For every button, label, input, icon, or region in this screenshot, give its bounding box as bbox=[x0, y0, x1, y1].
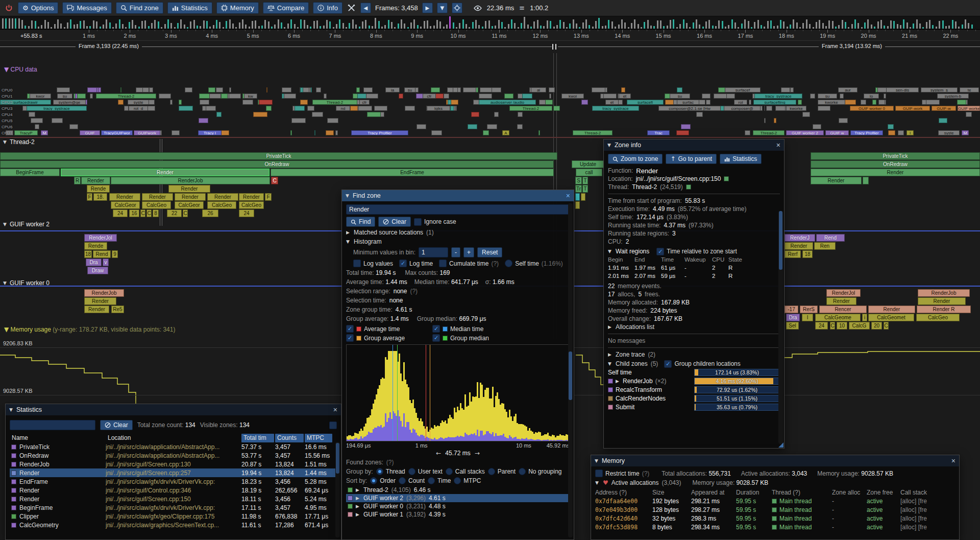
timeline-zone[interactable]: BeginFrame bbox=[0, 169, 60, 176]
histogram-range-nav[interactable]: ← 45.72 ms → bbox=[346, 450, 570, 457]
collapse-icon[interactable]: ▼ bbox=[607, 143, 611, 148]
frame-bar-tick[interactable] bbox=[751, 27, 752, 29]
timeline-zone[interactable] bbox=[200, 100, 210, 105]
timeline-zone[interactable]: Render bbox=[168, 185, 210, 193]
timeline-zone[interactable]: 18 bbox=[802, 250, 813, 258]
frame-bar-tick[interactable] bbox=[424, 21, 425, 29]
timeline-zone[interactable]: TracyP bbox=[14, 130, 38, 135]
table-row[interactable]: Renderjni/../jni/src/guif/Screen.cpp:257… bbox=[10, 468, 337, 477]
found-zone-group[interactable]: ▶GUIF worker 2(3,296)4.61 s bbox=[346, 494, 570, 502]
frame-bar-tick[interactable] bbox=[255, 20, 256, 29]
cpu-data-header[interactable]: ▼ CPU data bbox=[4, 66, 37, 73]
table-row[interactable]: RenderJobjni/../jni/src/guif/Screen.cpp:… bbox=[10, 460, 337, 468]
timeline-zone[interactable] bbox=[216, 112, 222, 117]
timeline-zone[interactable] bbox=[844, 100, 856, 105]
frame-bar-tick[interactable] bbox=[355, 25, 357, 29]
timeline-zone[interactable]: Sel bbox=[786, 322, 799, 330]
frame-bar-tick[interactable] bbox=[323, 26, 325, 29]
timeline-zone[interactable]: cfr bbox=[423, 93, 436, 99]
frame-bar-tick[interactable] bbox=[180, 19, 182, 29]
timeline-zone[interactable]: Render bbox=[84, 297, 116, 305]
timeline-zone[interactable] bbox=[872, 100, 876, 105]
frame-bar-tick[interactable] bbox=[919, 24, 921, 29]
timeline-zone[interactable] bbox=[480, 87, 492, 92]
timeline-zone[interactable]: Tr bbox=[575, 185, 582, 193]
child-zone-row[interactable]: CalcRenderNodes51.51 us (1.15%) bbox=[608, 394, 780, 403]
frame-bar-tick[interactable] bbox=[579, 27, 580, 29]
table-row[interactable]: PrivateTickjni/../jni/src/claw/applicati… bbox=[10, 442, 337, 451]
timeline-zone[interactable]: lgiks bbox=[427, 106, 450, 111]
time-ruler[interactable]: +55.83 s 1 ms2 ms3 ms4 ms5 ms6 ms7 ms8 m… bbox=[0, 30, 980, 41]
frame-bar-tick[interactable] bbox=[174, 27, 176, 29]
frame-bar-tick[interactable] bbox=[329, 21, 331, 29]
timeline-zone[interactable]: 10 bbox=[837, 322, 847, 330]
found-zone-group[interactable]: ▶Thread-2(4,105)6.46 s bbox=[346, 486, 570, 494]
frame-bar-tick[interactable] bbox=[184, 25, 185, 29]
frame-bar-tick[interactable] bbox=[835, 27, 837, 29]
frame-bar-tick[interactable] bbox=[790, 25, 791, 29]
timeline-zone[interactable]: M bbox=[41, 130, 48, 135]
frame-bar-tick[interactable] bbox=[106, 19, 107, 29]
timeline-zone[interactable] bbox=[764, 118, 766, 123]
timeline-zone[interactable]: Re5 bbox=[111, 306, 124, 313]
timeline-zone[interactable] bbox=[374, 106, 387, 111]
allocations-list[interactable]: ▶Allocations list bbox=[608, 323, 780, 331]
frame-bar-tick[interactable] bbox=[300, 19, 302, 29]
timeline-zone[interactable]: RenderJol bbox=[84, 234, 117, 242]
timeline-zone[interactable] bbox=[504, 93, 513, 99]
timeline-zone[interactable] bbox=[549, 87, 555, 92]
frame-bar-tick[interactable] bbox=[206, 21, 208, 29]
frame-bar-tick[interactable] bbox=[783, 21, 785, 29]
timeline-zone[interactable] bbox=[120, 87, 121, 92]
frame-bar-tick[interactable] bbox=[854, 19, 856, 29]
timeline-zone[interactable]: system@ge bbox=[53, 100, 86, 105]
timeline-zone[interactable]: 26 bbox=[202, 209, 218, 217]
frame-bar-tick[interactable] bbox=[900, 25, 901, 29]
tools-icon[interactable] bbox=[347, 3, 356, 13]
frame-bar-tick[interactable] bbox=[456, 27, 457, 29]
timeline-zone[interactable]: Render bbox=[81, 177, 110, 184]
frame-bar-tick[interactable] bbox=[365, 20, 366, 29]
frame-bar-tick[interactable] bbox=[478, 25, 480, 29]
frame-bar-tick[interactable] bbox=[9, 18, 10, 29]
frame-bar-tick[interactable] bbox=[436, 20, 438, 29]
timeline-zone[interactable] bbox=[926, 100, 940, 105]
timeline-zone[interactable] bbox=[714, 93, 727, 99]
frame-bar-tick[interactable] bbox=[712, 26, 714, 29]
timeline-zone[interactable]: Render bbox=[811, 177, 862, 184]
timeline-zone[interactable]: OnRedraw bbox=[811, 160, 980, 168]
frame-bar-tick[interactable] bbox=[109, 22, 111, 29]
timeline-zone[interactable] bbox=[818, 106, 830, 111]
frame-bar-tick[interactable] bbox=[281, 22, 282, 29]
find-zone-titlebar[interactable]: ▼ Find zone × bbox=[342, 190, 574, 201]
frame-bar-tick[interactable] bbox=[167, 19, 169, 29]
timeline-zone[interactable]: surfacefling bbox=[753, 100, 796, 105]
frame-bar-tick[interactable] bbox=[333, 27, 334, 29]
column-header[interactable]: Counts bbox=[275, 434, 304, 442]
timeline-zone[interactable]: GUIF worker 0 bbox=[850, 106, 894, 111]
table-row[interactable]: EndFramejni/../jni/src/claw/gfx/drv/vk/D… bbox=[10, 477, 337, 486]
frame-bar-tick[interactable] bbox=[89, 26, 91, 29]
timeline-zone[interactable] bbox=[350, 106, 358, 111]
frame-bar-tick[interactable] bbox=[349, 23, 350, 29]
timeline-zone[interactable] bbox=[518, 112, 523, 117]
frame-bar-tick[interactable] bbox=[880, 20, 882, 29]
timeline-zone[interactable]: Thread-2 bbox=[509, 106, 552, 111]
timeline-zone[interactable]: GUIFwork bbox=[134, 130, 160, 135]
timeline-zone[interactable]: Render bbox=[868, 306, 915, 313]
timeline-zone[interactable] bbox=[957, 100, 966, 105]
frame-bar-tick[interactable] bbox=[261, 26, 263, 29]
frame-bar-tick[interactable] bbox=[527, 25, 529, 29]
frame-bar-tick[interactable] bbox=[916, 19, 918, 29]
timeline-zone[interactable]: Tracy Profiler bbox=[351, 130, 408, 135]
timeline-zone[interactable]: Update bbox=[572, 160, 604, 168]
table-row[interactable]: 0x7dfc42d64032 bytes298.3 ms59.95 sMain … bbox=[595, 514, 955, 523]
timeline-zone[interactable]: GUIF-work bbox=[895, 106, 930, 111]
timeline-zone[interactable]: 24 bbox=[113, 209, 128, 217]
timeline-zone[interactable] bbox=[335, 130, 338, 135]
column-header[interactable]: Time bbox=[661, 256, 684, 263]
frame-bar-tick[interactable] bbox=[44, 20, 46, 29]
timeline-zone[interactable]: RenderJob bbox=[918, 289, 970, 297]
timeline-zone[interactable]: 8 bbox=[153, 209, 159, 217]
frame-bar-tick[interactable] bbox=[129, 22, 130, 29]
